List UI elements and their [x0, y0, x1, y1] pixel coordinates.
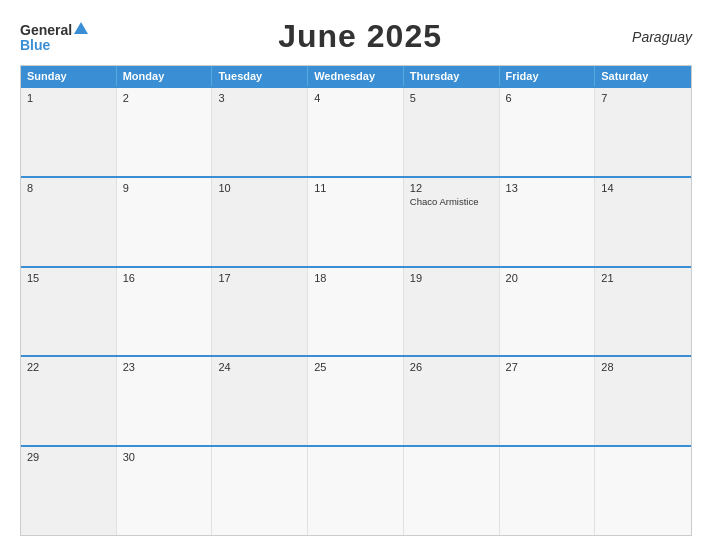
day-number: 30	[123, 451, 206, 463]
day-number: 2	[123, 92, 206, 104]
logo: General Blue	[20, 22, 88, 52]
day-number: 21	[601, 272, 685, 284]
calendar-cell: 16	[117, 268, 213, 356]
header-sunday: Sunday	[21, 66, 117, 86]
day-number: 15	[27, 272, 110, 284]
day-number: 18	[314, 272, 397, 284]
logo-triangle-icon	[74, 22, 88, 34]
day-number: 5	[410, 92, 493, 104]
calendar-cell: 18	[308, 268, 404, 356]
calendar-title: June 2025	[278, 18, 442, 55]
week-3: 15161718192021	[21, 266, 691, 356]
calendar-cell: 26	[404, 357, 500, 445]
day-number: 29	[27, 451, 110, 463]
day-number: 14	[601, 182, 685, 194]
calendar-cell: 19	[404, 268, 500, 356]
calendar-cell: 9	[117, 178, 213, 266]
calendar-cell: 5	[404, 88, 500, 176]
calendar-cell: 29	[21, 447, 117, 535]
calendar-cell	[404, 447, 500, 535]
calendar-cell: 25	[308, 357, 404, 445]
country-label: Paraguay	[632, 29, 692, 45]
calendar-page: General Blue June 2025 Paraguay Sunday M…	[0, 0, 712, 550]
calendar-cell: 20	[500, 268, 596, 356]
day-number: 24	[218, 361, 301, 373]
calendar-cell	[212, 447, 308, 535]
calendar-cell: 13	[500, 178, 596, 266]
week-1: 1234567	[21, 86, 691, 176]
calendar-cell: 8	[21, 178, 117, 266]
day-number: 25	[314, 361, 397, 373]
day-number: 10	[218, 182, 301, 194]
logo-general: General	[20, 22, 72, 38]
calendar-cell: 6	[500, 88, 596, 176]
day-number: 28	[601, 361, 685, 373]
calendar-body: 123456789101112Chaco Armistice1314151617…	[21, 86, 691, 535]
day-number: 13	[506, 182, 589, 194]
calendar-header: Sunday Monday Tuesday Wednesday Thursday…	[21, 66, 691, 86]
week-4: 22232425262728	[21, 355, 691, 445]
calendar-cell: 14	[595, 178, 691, 266]
calendar-cell: 30	[117, 447, 213, 535]
calendar-grid: Sunday Monday Tuesday Wednesday Thursday…	[20, 65, 692, 536]
calendar-cell: 4	[308, 88, 404, 176]
week-5: 2930	[21, 445, 691, 535]
calendar-cell: 1	[21, 88, 117, 176]
day-number: 6	[506, 92, 589, 104]
calendar-cell: 27	[500, 357, 596, 445]
day-number: 17	[218, 272, 301, 284]
calendar-cell: 21	[595, 268, 691, 356]
calendar-cell	[595, 447, 691, 535]
calendar-cell: 23	[117, 357, 213, 445]
calendar-cell: 10	[212, 178, 308, 266]
header-monday: Monday	[117, 66, 213, 86]
day-number: 11	[314, 182, 397, 194]
header-friday: Friday	[500, 66, 596, 86]
day-number: 7	[601, 92, 685, 104]
calendar-cell: 28	[595, 357, 691, 445]
calendar-cell: 22	[21, 357, 117, 445]
day-number: 26	[410, 361, 493, 373]
day-number: 12	[410, 182, 493, 194]
calendar-cell: 2	[117, 88, 213, 176]
day-number: 20	[506, 272, 589, 284]
day-number: 3	[218, 92, 301, 104]
day-number: 22	[27, 361, 110, 373]
day-number: 16	[123, 272, 206, 284]
day-number: 23	[123, 361, 206, 373]
calendar-cell: 24	[212, 357, 308, 445]
calendar-cell: 11	[308, 178, 404, 266]
day-event: Chaco Armistice	[410, 196, 493, 207]
logo-text: General	[20, 22, 88, 38]
day-number: 27	[506, 361, 589, 373]
header-saturday: Saturday	[595, 66, 691, 86]
header-thursday: Thursday	[404, 66, 500, 86]
calendar-cell: 15	[21, 268, 117, 356]
page-header: General Blue June 2025 Paraguay	[20, 18, 692, 55]
day-number: 8	[27, 182, 110, 194]
header-tuesday: Tuesday	[212, 66, 308, 86]
calendar-cell: 17	[212, 268, 308, 356]
calendar-cell: 12Chaco Armistice	[404, 178, 500, 266]
day-number: 4	[314, 92, 397, 104]
day-number: 1	[27, 92, 110, 104]
calendar-cell: 7	[595, 88, 691, 176]
day-number: 9	[123, 182, 206, 194]
logo-blue: Blue	[20, 38, 88, 52]
calendar-cell: 3	[212, 88, 308, 176]
day-number: 19	[410, 272, 493, 284]
calendar-cell	[500, 447, 596, 535]
week-2: 89101112Chaco Armistice1314	[21, 176, 691, 266]
calendar-cell	[308, 447, 404, 535]
header-wednesday: Wednesday	[308, 66, 404, 86]
